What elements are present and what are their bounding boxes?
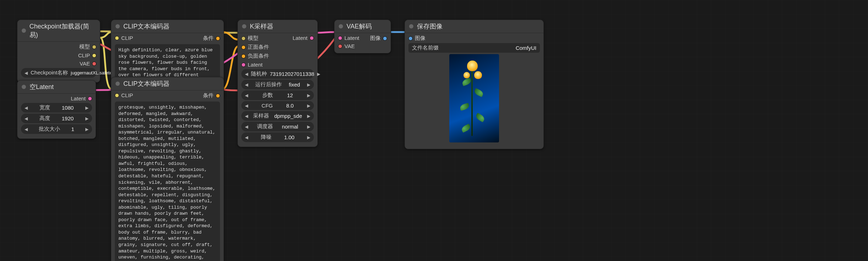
title-text: 保存图像 xyxy=(417,22,443,31)
input-latent[interactable]: Latent xyxy=(240,61,270,68)
arrow-right-icon[interactable]: ▶ xyxy=(307,135,310,140)
arrow-right-icon[interactable]: ▶ xyxy=(307,103,310,108)
arrow-left-icon[interactable]: ◀ xyxy=(25,105,28,110)
arrow-right-icon[interactable]: ▶ xyxy=(307,124,310,129)
filename-prefix-widget[interactable]: 文件名前缀 ComfyUI xyxy=(408,43,540,53)
input-clip[interactable]: CLIP xyxy=(113,92,134,99)
output-conditioning[interactable]: 条件 xyxy=(202,35,221,42)
title-text: CLIP文本编码器 xyxy=(123,22,170,31)
seed-widget[interactable]: ◀ 随机种 731912027011338 ▶ xyxy=(241,69,314,79)
arrow-left-icon[interactable]: ◀ xyxy=(25,116,28,121)
arrow-left-icon[interactable]: ◀ xyxy=(25,71,28,75)
batch-widget[interactable]: ◀ 批次大小 1 ▶ xyxy=(21,124,92,134)
output-conditioning[interactable]: 条件 xyxy=(202,92,221,99)
checkpoint-name-widget[interactable]: ◀ Checkpoint名称 juggernautXL.safetensors … xyxy=(21,68,96,78)
title-text: 空Latent xyxy=(30,83,54,91)
collapse-dot-icon[interactable] xyxy=(409,24,413,28)
output-model[interactable]: 模型 xyxy=(77,43,98,51)
collapse-dot-icon[interactable] xyxy=(339,24,343,28)
node-empty-latent[interactable]: 空Latent Latent ◀ 宽度 1080 ▶ ◀ 高度 1920 ▶ ◀… xyxy=(17,80,96,139)
collapse-dot-icon[interactable] xyxy=(116,24,120,28)
node-ksampler[interactable]: K采样器 模型 正面条件 负面条件 Latent Latent ◀ 随机种 73… xyxy=(237,20,318,147)
output-vae[interactable]: VAE xyxy=(77,60,98,67)
arrow-right-icon[interactable]: ▶ xyxy=(85,127,89,132)
arrow-left-icon[interactable]: ◀ xyxy=(245,72,248,77)
input-clip[interactable]: CLIP xyxy=(113,35,134,41)
cfg-widget[interactable]: ◀ CFG 8.0 ▶ xyxy=(241,101,314,110)
title-text: K采样器 xyxy=(250,22,273,31)
node-clip-text-encode-negative[interactable]: CLIP文本编码器 CLIP 条件 grotesque, unsightly, … xyxy=(111,77,224,261)
node-title[interactable]: 保存图像 xyxy=(405,20,543,33)
scheduler-widget[interactable]: ◀ 调度器 normal ▶ xyxy=(241,122,314,131)
input-positive[interactable]: 正面条件 xyxy=(240,43,270,51)
width-widget[interactable]: ◀ 宽度 1080 ▶ xyxy=(21,103,92,113)
collapse-dot-icon[interactable] xyxy=(22,85,26,89)
input-latent[interactable]: Latent xyxy=(337,35,361,41)
denoise-widget[interactable]: ◀ 降噪 1.00 ▶ xyxy=(241,132,314,142)
arrow-right-icon[interactable]: ▶ xyxy=(307,82,310,87)
arrow-left-icon[interactable]: ◀ xyxy=(245,135,248,140)
title-text: CLIP文本编码器 xyxy=(123,79,170,88)
input-model[interactable]: 模型 xyxy=(240,35,270,42)
input-image[interactable]: 图像 xyxy=(407,35,427,42)
node-save-image[interactable]: 保存图像 图像 文件名前缀 ComfyUI xyxy=(404,20,544,149)
input-negative[interactable]: 负面条件 xyxy=(240,52,270,60)
title-text: VAE解码 xyxy=(347,22,372,31)
arrow-left-icon[interactable]: ◀ xyxy=(25,127,28,132)
input-vae[interactable]: VAE xyxy=(337,43,361,49)
arrow-left-icon[interactable]: ◀ xyxy=(245,103,248,108)
arrow-left-icon[interactable]: ◀ xyxy=(245,114,248,119)
node-title[interactable]: Checkpoint加载器(简易) xyxy=(17,20,100,42)
node-title[interactable]: VAE解码 xyxy=(334,20,391,33)
arrow-right-icon[interactable]: ▶ xyxy=(307,93,310,98)
node-title[interactable]: CLIP文本编码器 xyxy=(111,77,224,90)
output-clip[interactable]: CLIP xyxy=(77,52,98,59)
arrow-right-icon[interactable]: ▶ xyxy=(85,116,89,121)
node-checkpoint-loader[interactable]: Checkpoint加载器(简易) 模型 CLIP VAE ◀ Checkpoi… xyxy=(17,20,100,83)
arrow-left-icon[interactable]: ◀ xyxy=(245,93,248,98)
collapse-dot-icon[interactable] xyxy=(116,82,120,86)
output-latent[interactable]: Latent xyxy=(291,35,315,41)
collapse-dot-icon[interactable] xyxy=(242,24,246,28)
arrow-right-icon[interactable]: ▶ xyxy=(317,72,320,77)
arrow-right-icon[interactable]: ▶ xyxy=(307,114,310,119)
node-title[interactable]: CLIP文本编码器 xyxy=(111,20,224,33)
output-image[interactable]: 图像 xyxy=(369,35,389,42)
sampler-widget[interactable]: ◀ 采样器 dpmpp_sde ▶ xyxy=(241,111,314,121)
node-title[interactable]: K采样器 xyxy=(238,20,317,33)
height-widget[interactable]: ◀ 高度 1920 ▶ xyxy=(21,114,92,123)
steps-widget[interactable]: ◀ 步数 12 ▶ xyxy=(241,90,314,100)
arrow-left-icon[interactable]: ◀ xyxy=(245,82,248,87)
negative-prompt-textarea[interactable]: grotesque, unsightly, misshapen, deforme… xyxy=(115,101,220,261)
arrow-right-icon[interactable]: ▶ xyxy=(85,105,89,110)
node-vae-decode[interactable]: VAE解码 Latent VAE 图像 xyxy=(334,20,391,53)
title-text: Checkpoint加载器(简易) xyxy=(30,22,96,39)
output-latent[interactable]: Latent xyxy=(69,95,93,102)
seed-after-widget[interactable]: ◀ 运行后操作 fixed ▶ xyxy=(241,80,314,89)
output-image-preview[interactable] xyxy=(449,54,499,142)
node-title[interactable]: 空Latent xyxy=(17,80,96,94)
arrow-left-icon[interactable]: ◀ xyxy=(245,124,248,129)
collapse-dot-icon[interactable] xyxy=(22,28,26,33)
